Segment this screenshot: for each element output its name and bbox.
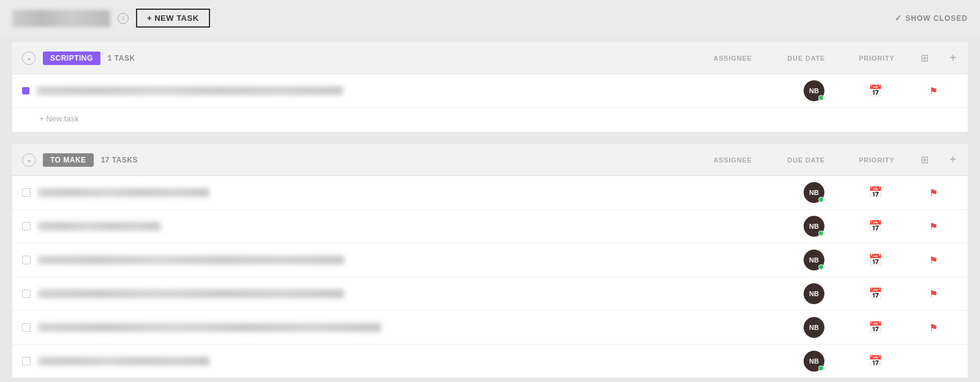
table-row: NB 📅: [12, 345, 968, 378]
plus-icon: +: [949, 51, 957, 64]
priority-cell[interactable]: ⚑: [909, 221, 958, 232]
avatar[interactable]: NB: [804, 216, 824, 237]
task-row-actions: NB 📅 ⚑: [786, 80, 958, 101]
priority-cell[interactable]: ⚑: [909, 85, 958, 97]
task-title-blurred: [38, 256, 344, 264]
main-content: ⌄ SCRIPTING 1 TASK ASSIGNEE DUE DATE PRI…: [0, 36, 980, 382]
task-checkbox[interactable]: [22, 188, 31, 197]
due-date-cell[interactable]: 📅: [848, 354, 903, 368]
top-bar: i + NEW TASK ✓ SHOW CLOSED: [0, 0, 980, 36]
flag-icon: ⚑: [929, 221, 938, 232]
avatar[interactable]: NB: [804, 182, 824, 203]
task-checkbox[interactable]: [22, 289, 31, 298]
to-make-section: ⌄ TO MAKE 17 TASKS ASSIGNEE DUE DATE PRI…: [12, 144, 968, 378]
task-checkbox[interactable]: [22, 357, 31, 365]
scripting-task-count: 1 TASK: [108, 54, 135, 63]
assignee-cell: NB: [786, 80, 842, 101]
assignee-cell: NB: [786, 250, 842, 270]
assignee-cell: NB: [786, 317, 842, 338]
avatar-initials: NB: [809, 256, 819, 264]
task-checkbox[interactable]: [22, 222, 31, 231]
to-make-collapse-button[interactable]: ⌄: [22, 153, 36, 167]
to-make-header-right: ASSIGNEE DUE DATE PRIORITY ⊞ +: [705, 151, 958, 168]
online-indicator: [818, 95, 824, 101]
scripting-collapse-button[interactable]: ⌄: [22, 52, 36, 65]
assignee-col-header: ASSIGNEE: [705, 55, 760, 62]
scripting-section: ⌄ SCRIPTING 1 TASK ASSIGNEE DUE DATE PRI…: [12, 42, 968, 132]
priority-col-header-2: PRIORITY: [852, 156, 901, 164]
to-make-section-header: ⌄ TO MAKE 17 TASKS ASSIGNEE DUE DATE PRI…: [12, 144, 968, 176]
new-task-link[interactable]: + New task: [12, 108, 968, 132]
to-make-task-count: 17 TASKS: [101, 156, 138, 164]
assignee-cell: NB: [786, 351, 842, 372]
online-indicator: [818, 197, 824, 202]
logo: [12, 10, 110, 27]
avatar-initials: NB: [809, 357, 819, 365]
scripting-section-header: ⌄ SCRIPTING 1 TASK ASSIGNEE DUE DATE PRI…: [12, 42, 968, 74]
checkmark-icon: ✓: [895, 13, 902, 23]
avatar[interactable]: NB: [804, 250, 824, 270]
grid-icon: ⊞: [921, 53, 929, 63]
priority-cell[interactable]: ⚑: [909, 254, 958, 266]
task-row-actions: NB 📅: [786, 351, 958, 372]
priority-cell[interactable]: ⚑: [909, 187, 958, 199]
due-date-col-header-2: DUE DATE: [778, 156, 834, 164]
task-title-blurred: [38, 323, 381, 332]
show-closed-button[interactable]: ✓ SHOW CLOSED: [895, 13, 968, 23]
avatar-initials: NB: [809, 324, 819, 331]
scripting-tag: SCRIPTING: [43, 52, 100, 65]
task-row-actions: NB 📅 ⚑: [786, 182, 958, 203]
new-task-button[interactable]: + NEW TASK: [136, 9, 210, 28]
due-date-cell[interactable]: 📅: [848, 220, 903, 233]
avatar[interactable]: NB: [804, 351, 824, 372]
scripting-header-right: ASSIGNEE DUE DATE PRIORITY ⊞ +: [705, 50, 958, 66]
avatar-initials: NB: [809, 223, 819, 230]
avatar[interactable]: NB: [804, 317, 824, 338]
calendar-icon: 📅: [869, 287, 882, 300]
calendar-icon: 📅: [869, 321, 882, 334]
avatar[interactable]: NB: [804, 80, 824, 101]
online-indicator: [818, 365, 824, 371]
chevron-down-icon: ⌄: [26, 54, 32, 62]
chevron-down-icon: ⌄: [26, 156, 32, 164]
flag-icon: ⚑: [929, 288, 938, 300]
task-checkbox[interactable]: [22, 323, 31, 332]
due-date-cell[interactable]: 📅: [848, 253, 903, 267]
grid-icon-2: ⊞: [921, 155, 929, 165]
due-date-cell[interactable]: 📅: [848, 287, 903, 300]
task-checkbox[interactable]: [22, 87, 29, 94]
task-title-blurred: [38, 222, 160, 231]
due-date-cell[interactable]: 📅: [848, 84, 903, 97]
online-indicator: [818, 264, 824, 270]
online-indicator: [818, 231, 824, 236]
due-date-col-header: DUE DATE: [778, 55, 834, 62]
task-title-blurred: [38, 188, 209, 197]
add-section-button-2[interactable]: +: [948, 151, 958, 168]
grid-view-button[interactable]: ⊞: [919, 51, 930, 65]
priority-cell[interactable]: ⚑: [909, 322, 958, 334]
task-row-actions: NB 📅 ⚑: [786, 250, 958, 270]
info-icon[interactable]: i: [118, 13, 129, 24]
assignee-cell: NB: [786, 216, 842, 237]
task-title-blurred: [37, 86, 343, 95]
avatar[interactable]: NB: [804, 283, 824, 304]
plus-icon-2: +: [949, 153, 957, 166]
flag-icon: ⚑: [929, 85, 938, 97]
priority-cell[interactable]: ⚑: [909, 288, 958, 300]
assignee-cell: NB: [786, 182, 842, 203]
task-title-blurred: [38, 357, 209, 365]
flag-icon: ⚑: [929, 254, 938, 266]
calendar-icon: 📅: [869, 354, 882, 368]
add-section-button[interactable]: +: [948, 50, 958, 66]
table-row: NB 📅 ⚑: [12, 210, 968, 243]
show-closed-label: SHOW CLOSED: [905, 14, 968, 23]
due-date-cell[interactable]: 📅: [848, 186, 903, 199]
flag-icon: ⚑: [929, 187, 938, 199]
task-title-blurred: [38, 289, 344, 298]
grid-view-button-2[interactable]: ⊞: [919, 153, 930, 167]
table-row: NB 📅 ⚑: [12, 277, 968, 311]
due-date-cell[interactable]: 📅: [848, 321, 903, 334]
priority-col-header: PRIORITY: [852, 55, 901, 62]
task-checkbox[interactable]: [22, 256, 31, 264]
table-row: NB 📅 ⚑: [12, 74, 968, 108]
